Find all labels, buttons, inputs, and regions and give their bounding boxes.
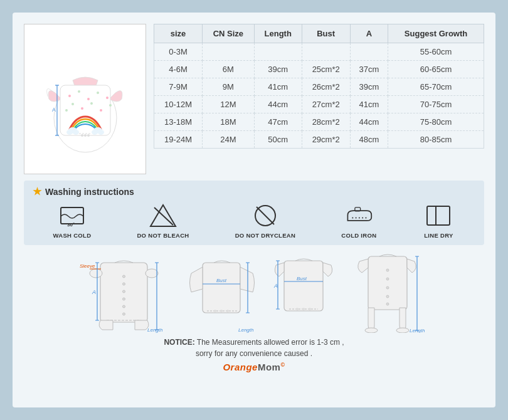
table-cell: 18M bbox=[202, 113, 254, 131]
table-cell: 27cm*2 bbox=[302, 96, 350, 113]
wash-cold-label: WASH COLD bbox=[53, 232, 92, 239]
cold-iron-icon bbox=[342, 202, 375, 229]
svg-rect-61 bbox=[203, 263, 240, 313]
svg-point-5 bbox=[97, 92, 99, 94]
table-cell bbox=[350, 43, 388, 61]
svg-point-86 bbox=[386, 286, 389, 289]
svg-point-44 bbox=[123, 275, 125, 278]
notice-body: The Measurements allowed error is 1-3 cm… bbox=[195, 338, 344, 347]
table-cell: 70-75cm bbox=[388, 96, 484, 113]
svg-text:Bust: Bust bbox=[297, 276, 307, 281]
svg-point-75 bbox=[302, 308, 305, 310]
table-cell: 65-70cm bbox=[388, 78, 484, 96]
wash-cold-icon: 30° bbox=[56, 202, 88, 229]
svg-point-7 bbox=[71, 103, 74, 105]
table-row: 10-12M12M44cm27cm*241cm70-75cm bbox=[154, 96, 484, 113]
svg-text:Length: Length bbox=[410, 328, 425, 333]
cold-iron-item: COLD IRON bbox=[341, 202, 376, 239]
svg-point-18 bbox=[98, 130, 104, 135]
notice-prefix: NOTICE: bbox=[164, 338, 194, 347]
svg-point-15 bbox=[73, 130, 79, 135]
diagram-bodysuit: Bust Length bbox=[185, 251, 260, 333]
table-cell: 9M bbox=[202, 78, 254, 96]
no-bleach-label: DO NOT BLEACH bbox=[137, 232, 189, 239]
no-dryclean-icon bbox=[249, 202, 282, 229]
col-a: A bbox=[350, 24, 388, 43]
svg-point-34 bbox=[352, 217, 354, 218]
table-cell: 55-60cm bbox=[388, 43, 484, 61]
table-row: 19-24M24M50cm29cm*248cm80-85cm bbox=[154, 131, 484, 149]
svg-point-90 bbox=[396, 328, 409, 333]
table-cell: 4-6M bbox=[154, 61, 203, 78]
table-cell: 47cm bbox=[254, 113, 302, 131]
table-cell: 60-65cm bbox=[388, 61, 484, 78]
table-cell: 41cm bbox=[350, 96, 388, 113]
table-cell: 19-24M bbox=[154, 131, 203, 149]
size-table-wrapper: size CN Size Length Bust A Suggest Growt… bbox=[154, 24, 484, 174]
table-cell: 10-12M bbox=[154, 96, 203, 113]
svg-point-84 bbox=[386, 269, 389, 271]
svg-point-47 bbox=[123, 298, 125, 300]
line-dry-label: LINE DRY bbox=[424, 232, 453, 239]
table-row: 0-3M55-60cm bbox=[154, 43, 484, 61]
table-cell: 44cm bbox=[350, 113, 388, 131]
svg-point-85 bbox=[386, 278, 389, 280]
table-cell: 6M bbox=[202, 61, 254, 78]
diagrams-row: Sleeve A Length bbox=[24, 251, 484, 333]
svg-point-48 bbox=[123, 305, 125, 308]
svg-point-22 bbox=[87, 134, 90, 137]
star-icon: ★ bbox=[33, 186, 41, 197]
notice-body2: sorry for any convenience caused . bbox=[196, 349, 312, 358]
top-section: A size CN Size Length Bust A Suggest Gro… bbox=[24, 24, 484, 174]
svg-point-10 bbox=[100, 109, 102, 112]
svg-rect-72 bbox=[284, 261, 323, 311]
brand-symbol: © bbox=[280, 362, 285, 368]
no-bleach-item: DO NOT BLEACH bbox=[137, 202, 189, 239]
svg-point-4 bbox=[87, 98, 90, 100]
no-dryclean-item: DO NOT DRYCLEAN bbox=[235, 202, 296, 239]
washing-section: ★ Washing instructions 30° WASH COLD bbox=[24, 181, 484, 245]
svg-text:Length: Length bbox=[238, 327, 254, 333]
table-cell: 39cm bbox=[350, 78, 388, 96]
brand-name: OrangeMom© bbox=[223, 362, 285, 372]
svg-point-63 bbox=[214, 310, 216, 312]
washing-title: ★ Washing instructions bbox=[33, 186, 475, 197]
svg-line-32 bbox=[257, 207, 274, 224]
table-cell: 41cm bbox=[254, 78, 302, 96]
svg-text:Length: Length bbox=[147, 327, 163, 333]
col-growth: Suggest Growth bbox=[388, 24, 484, 43]
svg-text:Sleeve: Sleeve bbox=[80, 263, 95, 269]
no-bleach-icon bbox=[147, 202, 179, 229]
line-dry-item: LINE DRY bbox=[422, 202, 455, 239]
table-row: 7-9M9M41cm26cm*239cm65-70cm bbox=[154, 78, 484, 96]
diagram-short-romper: Bust A bbox=[267, 251, 342, 333]
table-cell: 37cm bbox=[350, 61, 388, 78]
no-dryclean-label: DO NOT DRYCLEAN bbox=[235, 232, 296, 239]
svg-point-43 bbox=[146, 269, 158, 278]
svg-point-36 bbox=[359, 217, 360, 218]
svg-point-14 bbox=[66, 130, 73, 135]
svg-point-89 bbox=[365, 328, 378, 333]
notice-text: NOTICE: The Measurements allowed error i… bbox=[164, 337, 344, 359]
table-cell: 80-85cm bbox=[388, 131, 484, 149]
col-cn: CN Size bbox=[202, 24, 254, 43]
table-cell: 7-9M bbox=[154, 78, 203, 96]
table-cell: 28cm*2 bbox=[302, 113, 350, 131]
table-cell bbox=[254, 43, 302, 61]
main-card: A size CN Size Length Bust A Suggest Gro… bbox=[13, 13, 495, 407]
table-cell: 39cm bbox=[254, 61, 302, 78]
table-cell: 12M bbox=[202, 96, 254, 113]
table-cell: 25cm*2 bbox=[302, 61, 350, 78]
table-row: 13-18M18M47cm28cm*244cm75-80cm bbox=[154, 113, 484, 131]
diagram-full-romper: Sleeve A Length bbox=[78, 251, 179, 333]
table-cell: 29cm*2 bbox=[302, 131, 350, 149]
table-cell bbox=[202, 43, 254, 61]
col-size: size bbox=[154, 24, 203, 43]
line-dry-icon bbox=[422, 202, 455, 229]
washing-icons-row: 30° WASH COLD DO NOT BLEACH bbox=[33, 202, 475, 239]
table-cell bbox=[302, 43, 350, 61]
table-row: 4-6M6M39cm25cm*237cm60-65cm bbox=[154, 61, 484, 78]
table-cell: 48cm bbox=[350, 131, 388, 149]
table-cell: 44cm bbox=[254, 96, 302, 113]
col-length: Length bbox=[254, 24, 302, 43]
